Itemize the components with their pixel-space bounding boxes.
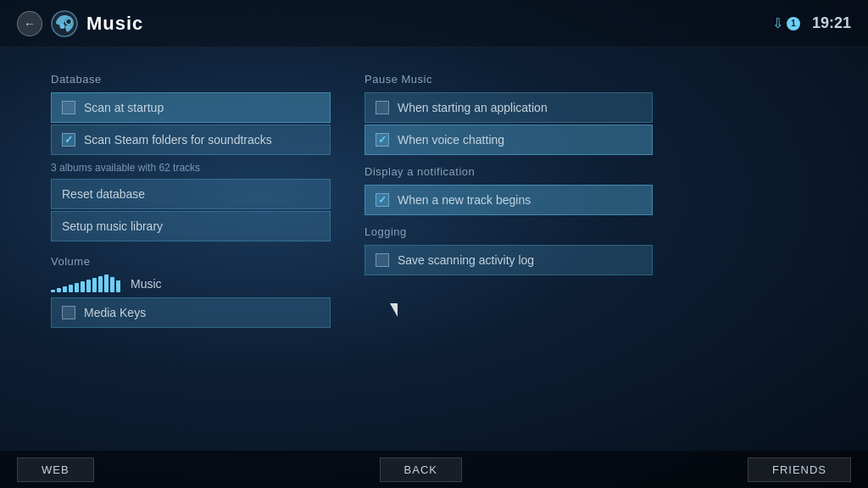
notification-area[interactable]: ⇩ 1 (772, 15, 800, 31)
when-starting-option[interactable]: When starting an application (364, 92, 653, 123)
reset-database-button[interactable]: Reset database (51, 179, 331, 209)
volume-control[interactable]: Music (51, 274, 331, 292)
download-icon: ⇩ (772, 15, 783, 31)
when-voice-label: When voice chatting (398, 133, 504, 147)
save-log-label: Save scanning activity log (398, 253, 534, 267)
when-new-track-checkbox[interactable]: ✓ (376, 193, 389, 207)
volume-bars (51, 274, 120, 292)
volume-bar-4 (75, 283, 79, 292)
notification-count: 1 (787, 17, 800, 30)
database-section-label: Database (51, 73, 331, 86)
volume-bar-11 (116, 280, 120, 292)
bottom-bar: WEB BACK FRIENDS (0, 451, 868, 488)
volume-bar-7 (92, 278, 97, 292)
volume-bar-8 (98, 276, 103, 292)
volume-bar-0 (51, 290, 55, 292)
scan-steam-checkmark: ✓ (64, 134, 73, 146)
volume-bar-10 (110, 277, 114, 292)
clock-display: 19:21 (812, 14, 851, 32)
scan-startup-label: Scan at startup (84, 101, 164, 114)
main-content: Database Scan at startup ✓ Scan Steam fo… (0, 56, 868, 347)
when-new-track-checkmark: ✓ (378, 194, 387, 206)
when-starting-checkbox[interactable] (376, 101, 389, 114)
scan-steam-checkbox[interactable]: ✓ (62, 133, 75, 147)
volume-bar-9 (104, 274, 108, 292)
reset-database-label: Reset database (62, 187, 145, 201)
scan-startup-checkbox[interactable] (62, 101, 75, 114)
media-keys-label: Media Keys (84, 306, 146, 319)
volume-section-label: Volume (51, 255, 331, 268)
when-new-track-label: When a new track begins (398, 193, 531, 207)
scan-steam-option[interactable]: ✓ Scan Steam folders for soundtracks (51, 125, 331, 155)
when-voice-checkmark: ✓ (378, 134, 387, 146)
volume-bar-6 (86, 280, 91, 292)
when-new-track-option[interactable]: ✓ When a new track begins (364, 185, 653, 215)
media-keys-option[interactable]: Media Keys (51, 297, 331, 328)
when-voice-option[interactable]: ✓ When voice chatting (364, 125, 653, 155)
left-column: Database Scan at startup ✓ Scan Steam fo… (51, 73, 331, 330)
top-bar: ← Music ⇩ 1 19:21 (0, 0, 868, 47)
media-keys-checkbox[interactable] (62, 306, 75, 319)
stat-text: 3 albums available with 62 tracks (51, 162, 331, 174)
top-right: ⇩ 1 19:21 (772, 14, 851, 32)
display-notif-label: Display a notification (364, 165, 653, 178)
back-arrow-button[interactable]: ← (17, 11, 42, 36)
scan-steam-label: Scan Steam folders for soundtracks (84, 133, 272, 147)
music-volume-label: Music (131, 277, 162, 291)
pause-music-label: Pause Music (364, 73, 653, 86)
web-button[interactable]: WEB (17, 458, 94, 482)
steam-logo-icon (51, 10, 78, 37)
setup-library-label: Setup music library (62, 219, 163, 233)
when-voice-checkbox[interactable]: ✓ (376, 133, 389, 147)
save-log-checkbox[interactable] (376, 253, 389, 267)
scan-startup-option[interactable]: Scan at startup (51, 92, 331, 123)
page-title: Music (86, 13, 143, 35)
when-starting-label: When starting an application (398, 101, 548, 114)
volume-bar-2 (63, 286, 67, 292)
svg-point-2 (60, 24, 65, 29)
top-left: ← Music (17, 10, 143, 37)
volume-bar-1 (57, 288, 61, 292)
logging-section-label: Logging (364, 225, 653, 238)
volume-section: Volume Music Media Keys (51, 255, 331, 328)
right-column: Pause Music When starting an application… (364, 73, 653, 330)
volume-bar-5 (81, 281, 85, 292)
back-button[interactable]: BACK (380, 458, 462, 482)
friends-button[interactable]: FRIENDS (748, 458, 851, 482)
save-log-option[interactable]: Save scanning activity log (364, 245, 653, 275)
volume-bar-3 (69, 285, 73, 292)
setup-library-button[interactable]: Setup music library (51, 211, 331, 241)
